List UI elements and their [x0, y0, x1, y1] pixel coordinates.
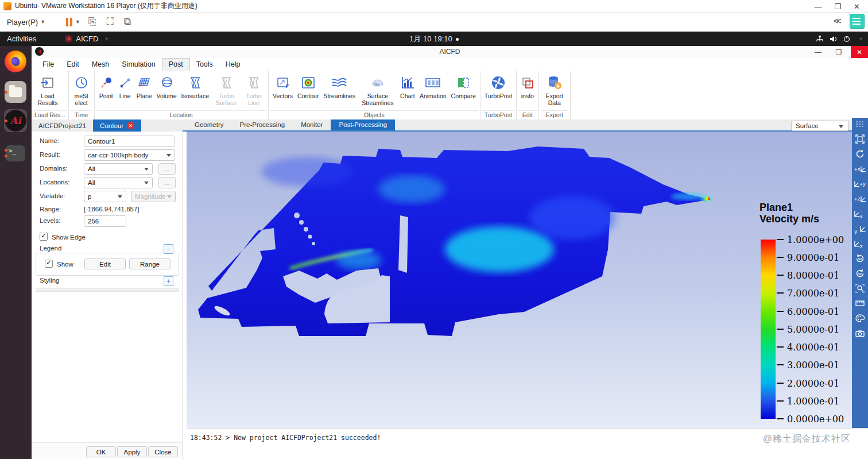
legend-range-button[interactable]: Range: [129, 259, 170, 269]
dock-firefox[interactable]: [4, 50, 27, 73]
dock-files[interactable]: [4, 80, 27, 103]
measure-icon[interactable]: [854, 298, 866, 308]
compare-button[interactable]: Compare: [449, 74, 478, 100]
animation-button[interactable]: Animation: [417, 74, 449, 100]
send-ctrl-alt-del-icon[interactable]: ⎘: [88, 16, 96, 28]
vmware-minimize-button[interactable]: —: [814, 2, 822, 11]
vectors-button[interactable]: Vectors: [270, 74, 295, 100]
ubuntu-dock: Ai >_: [0, 46, 32, 459]
name-input[interactable]: [84, 136, 175, 147]
result-row: Result: car-ccr-100kph-body: [32, 149, 183, 161]
tab-post-processing[interactable]: Post-Processing: [331, 119, 395, 130]
domains-more-button[interactable]: ...: [158, 163, 176, 175]
sticky-note-icon[interactable]: [850, 14, 865, 29]
dock-terminal[interactable]: >_: [4, 142, 27, 165]
result-dropdown[interactable]: car-ccr-100kph-body: [84, 149, 175, 161]
legend-edit-button[interactable]: Edit: [84, 259, 126, 269]
export-data-button[interactable]: Export Data: [541, 74, 568, 106]
volume-icon[interactable]: [830, 36, 838, 43]
terminal-icon: >_: [5, 145, 26, 162]
volume-button[interactable]: Volume: [154, 74, 179, 100]
toolbar-collapse-button[interactable]: ≪: [833, 16, 842, 25]
chart-button[interactable]: Chart: [398, 74, 417, 100]
show-edge-checkbox[interactable]: Show Edge: [40, 233, 86, 241]
transform-button[interactable]: insfo: [518, 74, 537, 100]
player-menu-button[interactable]: Player(P)▼: [2, 16, 50, 29]
timestep-selector-button[interactable]: meSt elect: [71, 74, 92, 106]
chevron-down-icon: [839, 125, 843, 128]
tab-contour[interactable]: Contour ✕: [93, 119, 141, 132]
suspend-button[interactable]: ▼: [65, 18, 80, 26]
apply-button[interactable]: Apply: [117, 446, 147, 457]
menu-mesh[interactable]: Mesh: [86, 59, 116, 71]
dock-aicfd[interactable]: Ai: [4, 109, 27, 132]
variable-dropdown[interactable]: p: [84, 191, 126, 202]
locations-more-button[interactable]: ...: [158, 177, 176, 188]
view-minus-y-icon[interactable]: -y: [854, 223, 866, 234]
rotate-90-cw-icon[interactable]: 90: [854, 268, 866, 279]
caret-down-icon[interactable]: ▼: [858, 36, 863, 42]
surface-streamlines-button[interactable]: Surface Streamlines: [358, 74, 398, 106]
view-plus-z-icon[interactable]: +z: [854, 194, 866, 204]
volume-icon: [159, 74, 174, 91]
streamlines-button[interactable]: Streamlines: [321, 74, 357, 100]
clock[interactable]: 1月 10 19:10: [409, 34, 458, 43]
load-results-button[interactable]: Load Results: [33, 74, 62, 106]
app-close-button[interactable]: ✕: [851, 46, 868, 58]
levels-input[interactable]: [84, 215, 126, 227]
zoom-area-icon[interactable]: [854, 283, 866, 294]
snapshot-icon[interactable]: [854, 328, 866, 338]
tab-project[interactable]: AICFDProject21: [32, 119, 93, 132]
tab-pre-processing[interactable]: Pre-Processing: [232, 119, 293, 130]
ribbon-group-label: Time: [71, 110, 92, 119]
menu-help[interactable]: Help: [219, 59, 247, 71]
menu-post[interactable]: Post: [162, 58, 190, 71]
view-plus-y-icon[interactable]: +y: [854, 179, 866, 189]
rotate-90-ccw-icon[interactable]: 90: [854, 253, 866, 264]
styling-expand-button[interactable]: +: [164, 276, 173, 286]
close-button[interactable]: Close: [148, 446, 178, 457]
tab-monitor[interactable]: Monitor: [293, 119, 331, 130]
message-log[interactable]: 18:43:52 > New project AICFDProject21 su…: [187, 428, 868, 459]
locations-dropdown[interactable]: All: [84, 177, 153, 188]
menu-edit[interactable]: Edit: [60, 59, 86, 71]
isosurface-button[interactable]: Isosurface: [179, 74, 211, 100]
list-options-icon[interactable]: [854, 119, 866, 129]
point-button[interactable]: Point: [96, 74, 116, 100]
3d-viewport[interactable]: Plane1 Velocity m/s 1.0000e+00 9.0000e-0…: [187, 132, 852, 428]
vmware-maximize-button[interactable]: ❐: [834, 2, 841, 11]
files-icon: [5, 81, 26, 103]
fullscreen-icon[interactable]: ⛶: [107, 16, 114, 28]
turbo-surface-button[interactable]: Turbo Surface: [211, 74, 241, 106]
network-icon[interactable]: [816, 36, 824, 43]
app-maximize-button[interactable]: ❐: [830, 46, 847, 58]
unity-mode-icon[interactable]: ⧉: [124, 16, 131, 28]
view-minus-z-icon[interactable]: -z: [854, 238, 866, 249]
close-tab-icon[interactable]: ✕: [127, 122, 134, 129]
plane-button[interactable]: Plane: [134, 74, 154, 100]
contour-button[interactable]: Contour: [295, 74, 321, 100]
view-minus-x-icon[interactable]: -x: [854, 209, 866, 219]
view-plus-x-icon[interactable]: +x: [854, 164, 866, 174]
menu-file[interactable]: File: [36, 59, 60, 71]
tab-geometry[interactable]: Geometry: [187, 119, 232, 130]
rotate-view-icon[interactable]: [854, 149, 866, 159]
component-dropdown[interactable]: Magnitude: [131, 191, 176, 202]
activities-button[interactable]: Activities: [0, 32, 43, 46]
palette-icon[interactable]: [854, 313, 866, 323]
menu-tools[interactable]: Tools: [190, 59, 219, 71]
surface-selector-dropdown[interactable]: Surface: [791, 121, 848, 131]
app-menu-button[interactable]: A AICFD▼: [58, 32, 116, 46]
ok-button[interactable]: OK: [86, 446, 116, 457]
app-minimize-button[interactable]: —: [809, 46, 827, 58]
power-icon[interactable]: [843, 36, 850, 43]
turbo-line-button[interactable]: Turbo Line: [241, 74, 266, 106]
vmware-close-button[interactable]: ✕: [854, 2, 860, 11]
turbopost-button[interactable]: TurboPost: [482, 74, 514, 100]
fit-view-icon[interactable]: [854, 134, 866, 144]
domains-dropdown[interactable]: All: [84, 163, 153, 175]
legend-show-checkbox[interactable]: Show: [45, 260, 73, 268]
vectors-icon: [276, 74, 290, 91]
line-button[interactable]: Line: [116, 74, 134, 100]
menu-simulation[interactable]: Simulation: [115, 59, 161, 71]
